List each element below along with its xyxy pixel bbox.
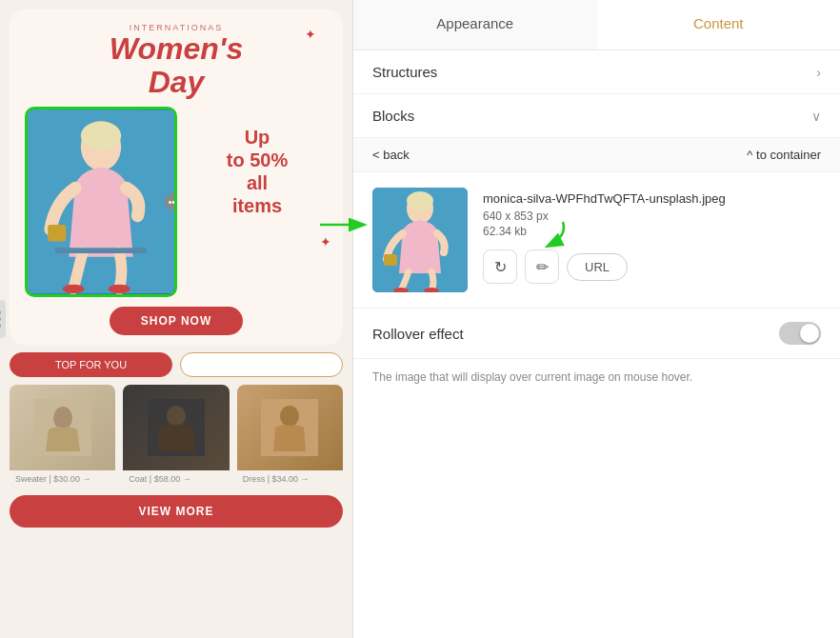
edit-icon: ✏ <box>536 258 549 276</box>
banner-top: INTERNATIONAS Women's Day <box>25 23 328 99</box>
banner-right-text: Upto 50%allitems <box>187 107 328 217</box>
product-label: Dress | $34.00 → <box>237 470 343 488</box>
banner-body: ••• Upto 50%allitems <box>25 107 328 297</box>
banner-title: Women's Day <box>25 32 328 99</box>
svg-point-8 <box>53 407 72 429</box>
handle-dot <box>0 324 1 328</box>
image-block: monica-silva-WPFhdTwQFTA-unsplash.jpeg 6… <box>353 172 840 309</box>
tab-content[interactable]: Content <box>597 0 841 50</box>
product-label: Coat | $58.00 → <box>123 470 229 488</box>
toggle-knob <box>800 324 819 343</box>
edit-button[interactable]: ✏ <box>525 249 559 284</box>
svg-point-10 <box>167 406 186 427</box>
rollover-toggle[interactable] <box>779 322 821 345</box>
product-image <box>237 385 343 470</box>
to-container-button[interactable]: ^ to container <box>747 148 821 162</box>
top-for-you-tab[interactable]: TOP FOR YOU <box>10 352 172 377</box>
product-label: Sweater | $30.00 → <box>10 470 115 488</box>
product-item[interactable]: Sweater | $30.00 → <box>10 385 115 488</box>
structures-title: Structures <box>372 64 437 80</box>
sparkle-icon: ✦ <box>305 27 316 42</box>
svg-point-3 <box>63 285 85 294</box>
product-image <box>10 385 115 470</box>
rollover-label: Rollover effect <box>372 326 464 342</box>
svg-point-4 <box>109 285 130 294</box>
image-thumbnail[interactable] <box>372 188 468 292</box>
banner-image[interactable]: ••• <box>25 107 177 297</box>
svg-rect-6 <box>55 249 147 254</box>
sidebar-handle[interactable] <box>0 300 6 338</box>
structures-chevron-icon: › <box>816 65 821 80</box>
second-tab[interactable] <box>180 352 343 377</box>
right-panel: Appearance Content Structures › Blocks ∨… <box>352 0 840 638</box>
rollover-section: Rollover effect <box>353 309 840 359</box>
panel-tabs: Appearance Content <box>353 0 840 50</box>
svg-point-2 <box>81 122 121 151</box>
product-item[interactable]: Dress | $34.00 → <box>237 385 343 488</box>
banner-image-placeholder <box>28 110 174 294</box>
products-grid: Sweater | $30.00 → Coat | $58.00 → Dre <box>10 385 343 488</box>
tabs-row: TOP FOR YOU <box>10 352 343 377</box>
image-filename: monica-silva-WPFhdTwQFTA-unsplash.jpeg <box>483 191 821 206</box>
handle-dot <box>0 317 1 321</box>
image-dimensions: 640 x 853 px <box>483 209 821 223</box>
product-image <box>123 385 229 470</box>
blocks-chevron-icon: ∨ <box>811 109 821 124</box>
svg-point-15 <box>407 191 433 210</box>
discount-text: Upto 50%allitems <box>187 126 328 217</box>
view-more-button[interactable]: VIEW MORE <box>10 495 343 528</box>
back-button[interactable]: < back <box>372 148 410 162</box>
handle-dot <box>0 310 1 314</box>
image-thumb-inner <box>372 188 468 292</box>
tab-appearance[interactable]: Appearance <box>353 0 597 50</box>
nav-row: < back ^ to container <box>353 138 840 172</box>
left-panel: INTERNATIONAS Women's Day ✦ ✦ <box>0 0 352 638</box>
image-info: monica-silva-WPFhdTwQFTA-unsplash.jpeg 6… <box>483 188 821 284</box>
image-more-button[interactable]: ••• <box>165 193 177 210</box>
url-button[interactable]: URL <box>567 253 628 281</box>
banner-card: INTERNATIONAS Women's Day ✦ ✦ <box>10 10 343 345</box>
product-item[interactable]: Coat | $58.00 → <box>123 385 229 488</box>
blocks-section[interactable]: Blocks ∨ <box>353 94 840 138</box>
structures-section[interactable]: Structures › <box>353 50 840 94</box>
image-actions: ↻ ✏ <box>483 249 821 284</box>
svg-rect-5 <box>48 225 66 241</box>
svg-point-12 <box>280 406 299 427</box>
rollover-description: The image that will display over current… <box>353 359 840 395</box>
refresh-button[interactable]: ↻ <box>483 249 517 284</box>
shop-now-button[interactable]: SHOP NOW <box>110 307 243 335</box>
svg-rect-18 <box>384 254 397 266</box>
refresh-icon: ↻ <box>494 258 507 276</box>
blocks-title: Blocks <box>372 108 414 124</box>
image-size: 62.34 kb <box>483 225 821 238</box>
